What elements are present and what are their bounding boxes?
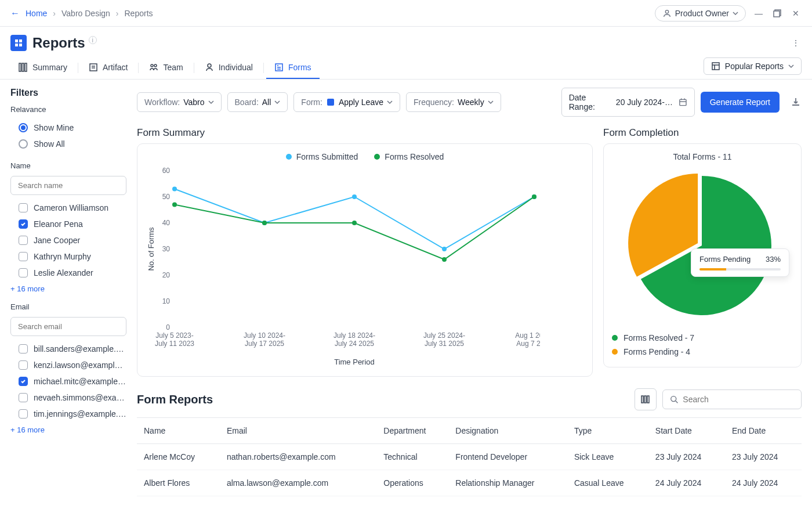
svg-text:60: 60 [162, 167, 171, 175]
more-menu-icon[interactable]: ⋮ [790, 37, 802, 49]
form-completion-title: Form Completion [603, 127, 802, 139]
date-value: 20 July 2024- 1... [616, 98, 674, 107]
name-filter-label: Name [10, 161, 126, 170]
cell-end: 23 July 2024 [725, 444, 802, 470]
breadcrumb-project[interactable]: Vabro Design [61, 9, 110, 18]
total-forms-label: Total Forms - 11 [612, 152, 793, 161]
workflow-dropdown[interactable]: Workflow: Vabro [137, 92, 222, 112]
download-icon[interactable] [790, 96, 802, 108]
dropdown-label: Form: [301, 98, 322, 107]
svg-rect-59 [647, 396, 649, 403]
form-reports-title: Form Reports [137, 393, 213, 406]
date-label: Date Range: [569, 93, 611, 111]
popular-reports-dropdown[interactable]: Popular Reports [704, 57, 802, 75]
checkbox-label: Leslie Alexander [34, 268, 93, 277]
artifact-icon [89, 63, 98, 72]
svg-point-55 [442, 257, 447, 262]
minimize-icon[interactable]: — [753, 8, 764, 19]
svg-text:No. of Forms: No. of Forms [147, 227, 155, 271]
th-type[interactable]: Type [567, 418, 648, 444]
date-range-picker[interactable]: Date Range: 20 July 2024- 1... [561, 88, 695, 117]
svg-text:30: 30 [162, 245, 171, 253]
name-filter-item[interactable]: Leslie Alexander [10, 265, 126, 281]
checkbox-icon [19, 236, 28, 245]
table-row[interactable]: Arlene McCoy nathan.roberts@example.com … [137, 444, 802, 470]
table-row[interactable]: Albert Flores alma.lawson@example.com Op… [137, 470, 802, 496]
name-filter-item[interactable]: Cameron Williamson [10, 200, 126, 216]
name-filter-item[interactable]: Kathryn Murphy [10, 248, 126, 265]
svg-rect-6 [19, 44, 22, 46]
svg-rect-7 [19, 63, 21, 71]
cell-email: nathan.roberts@example.com [220, 444, 376, 470]
svg-text:Time Period: Time Period [334, 358, 375, 366]
radio-show-mine[interactable]: Show Mine [10, 120, 126, 136]
svg-line-61 [676, 401, 678, 403]
radio-show-all[interactable]: Show All [10, 136, 126, 152]
email-filter-item[interactable]: kenzi.lawson@example.c... [10, 357, 126, 373]
names-more-link[interactable]: + 16 more [10, 284, 126, 293]
table-search-input[interactable] [683, 395, 794, 404]
tab-individual[interactable]: Individual [197, 57, 261, 79]
svg-text:July 11 2023: July 11 2023 [155, 340, 194, 348]
cell-name: Arlene McCoy [137, 444, 220, 470]
cell-email: alma.lawson@example.com [220, 470, 376, 496]
th-end[interactable]: End Date [725, 418, 802, 444]
name-filter-item[interactable]: Eleanor Pena [10, 216, 126, 232]
checkbox-label: bill.sanders@example.com [34, 344, 126, 354]
svg-point-49 [352, 194, 357, 199]
checkbox-label: tim.jennings@example.co... [34, 409, 126, 419]
breadcrumb-home[interactable]: Home [26, 9, 47, 18]
dropdown-label: Frequency: [414, 98, 454, 107]
radio-label: Show Mine [34, 123, 74, 132]
name-filter-item[interactable]: Jane Cooper [10, 232, 126, 248]
tab-artifact[interactable]: Artifact [81, 57, 136, 79]
emails-more-link[interactable]: + 16 more [10, 425, 126, 434]
svg-rect-4 [19, 39, 22, 42]
checkbox-label: Jane Cooper [34, 236, 80, 245]
checkbox-icon [19, 409, 28, 419]
tab-team[interactable]: Team [141, 57, 191, 79]
email-filter-item[interactable]: nevaeh.simmons@examp... [10, 389, 126, 406]
email-filter-item[interactable]: bill.sanders@example.com [10, 341, 126, 357]
form-dropdown[interactable]: Form: Apply Leave [293, 92, 400, 112]
info-icon[interactable]: i [89, 36, 97, 44]
role-dropdown[interactable]: Product Owner [655, 5, 746, 21]
checkbox-icon [19, 377, 28, 386]
email-filter-item[interactable]: tim.jennings@example.co... [10, 406, 126, 422]
th-designation[interactable]: Designation [448, 418, 567, 444]
dropdown-value: Vabro [183, 98, 204, 107]
chevron-down-icon [274, 99, 280, 105]
th-start[interactable]: Start Date [648, 418, 725, 444]
radio-label: Show All [34, 139, 65, 149]
svg-rect-5 [15, 44, 18, 46]
generate-report-button[interactable]: Generate Report [701, 92, 780, 113]
th-name[interactable]: Name [137, 418, 220, 444]
checkbox-icon [19, 360, 28, 370]
board-dropdown[interactable]: Board: All [227, 92, 288, 112]
email-search-input[interactable] [10, 317, 126, 336]
cell-start: 24 July 2024 [648, 470, 725, 496]
form-icon [326, 98, 335, 107]
tab-summary[interactable]: Summary [10, 57, 75, 79]
svg-point-56 [532, 194, 536, 199]
email-filter-item[interactable]: michael.mitc@example.c... [10, 373, 126, 389]
th-email[interactable]: Email [220, 418, 376, 444]
form-completion-chart: Total Forms - 11 Forms Pending 33% Forms… [603, 143, 802, 367]
svg-point-47 [172, 187, 177, 192]
cell-designation: Frontend Developer [448, 444, 567, 470]
back-icon[interactable]: ← [10, 8, 20, 19]
tab-forms[interactable]: Forms [266, 57, 320, 79]
dropdown-value: Weekly [458, 98, 484, 107]
close-icon[interactable]: ✕ [790, 8, 802, 19]
columns-button[interactable] [635, 388, 657, 410]
table-search[interactable] [662, 389, 802, 409]
maximize-icon[interactable] [771, 8, 783, 19]
svg-point-53 [262, 221, 267, 225]
svg-text:July 25 2024-: July 25 2024- [423, 331, 465, 340]
th-department[interactable]: Department [376, 418, 448, 444]
popular-reports-label: Popular Reports [725, 62, 784, 71]
svg-rect-57 [641, 396, 643, 403]
name-search-input[interactable] [10, 176, 126, 195]
frequency-dropdown[interactable]: Frequency: Weekly [406, 92, 501, 112]
checkbox-label: nevaeh.simmons@examp... [34, 393, 126, 402]
